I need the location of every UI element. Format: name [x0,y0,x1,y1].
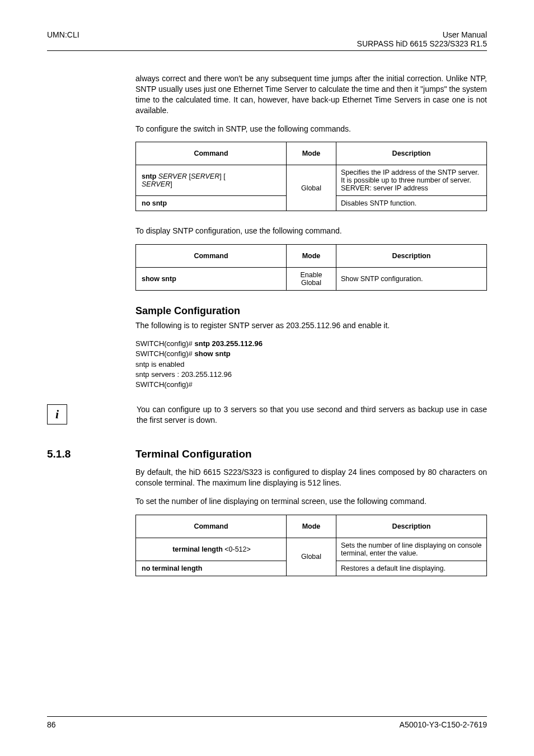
cmd-part: ] [ [219,172,225,180]
cli-prompt: SWITCH(config)# [135,349,194,358]
cmd-part: sntp [142,172,158,180]
cli-line: sntp is enabled [135,360,487,370]
cli-prompt: SWITCH(config)# [135,339,194,348]
cmd-part: SERVER [158,172,187,180]
col-command: Command [136,515,287,538]
cell-command: sntp SERVER [SERVER] [SERVER] [136,165,287,196]
cli-line: sntp servers : 203.255.112.96 [135,370,487,380]
cell-command: no terminal length [136,561,287,576]
footer-code: A50010-Y3-C150-2-7619 [400,720,487,729]
cmd-part: ] [170,180,172,188]
cell-mode: Global [287,538,336,576]
cmd-part: [ [187,172,191,180]
paragraph-sample: The following is to register SNTP server… [135,320,487,331]
cli-line: SWITCH(config)# [135,380,487,390]
table-row: Command Mode Description [136,245,487,268]
table-terminal-length: Command Mode Description terminal length… [135,515,487,576]
cli-block: SWITCH(config)# sntp 203.255.112.96 SWIT… [135,339,487,390]
cmd-part: SERVER [191,172,219,180]
cell-description: Restores a default line displaying. [336,561,487,576]
footer-rule [47,716,487,717]
cmd-part: <0-512> [224,545,251,553]
paragraph-display: To display SNTP configuration, use the f… [135,226,487,236]
cli-input: show sntp [194,349,230,358]
header-rule [47,50,487,51]
table-row: Command Mode Description [136,515,487,538]
cell-description: Show SNTP configuration. [336,268,487,291]
col-description: Description [336,515,487,538]
paragraph-terminal2: To set the number of line displaying on … [135,496,487,507]
col-mode: Mode [287,142,336,165]
table-row: show sntp Enable Global Show SNTP config… [136,268,487,291]
paragraph-terminal1: By default, the hiD 6615 S223/S323 is co… [135,467,487,488]
cell-mode: Global [287,165,336,211]
header-right-line2: SURPASS hiD 6615 S223/S323 R1.5 [357,39,487,48]
col-mode: Mode [287,245,336,268]
table-row: sntp SERVER [SERVER] [SERVER] Global Spe… [136,165,487,196]
header-right-line1: User Manual [357,30,487,39]
cli-line: SWITCH(config)# show sntp [135,349,487,359]
cli-input: sntp 203.255.112.96 [194,339,262,348]
cell-command: no sntp [136,196,287,211]
sample-config-heading: Sample Configuration [135,305,487,317]
cell-command: terminal length <0-512> [136,538,287,561]
header-left: UMN:CLI [47,30,79,48]
cli-line: SWITCH(config)# sntp 203.255.112.96 [135,339,487,349]
table-row: terminal length <0-512> Global Sets the … [136,538,487,561]
info-icon: i [47,404,67,424]
table-sntp-commands: Command Mode Description sntp SERVER [SE… [135,142,487,211]
section-number: 5.1.8 [47,448,135,460]
cmd-part: SERVER [142,180,170,188]
table-row: Command Mode Description [136,142,487,165]
col-description: Description [336,142,487,165]
cell-command: show sntp [136,268,287,291]
info-text: You can configure up to 3 servers so tha… [77,404,487,426]
page-number: 86 [47,720,56,729]
cell-mode: Enable Global [287,268,336,291]
cell-description: Sets the number of line displaying on co… [336,538,487,561]
col-mode: Mode [287,515,336,538]
table-show-sntp: Command Mode Description show sntp Enabl… [135,244,487,291]
header-right: User Manual SURPASS hiD 6615 S223/S323 R… [357,30,487,48]
cmd-part: terminal length [172,545,224,553]
paragraph-configure: To configure the switch in SNTP, use the… [135,124,487,134]
col-command: Command [136,142,287,165]
paragraph-intro: always correct and there won't be any su… [135,73,487,116]
cell-description: Specifies the IP address of the SNTP ser… [336,165,487,196]
col-description: Description [336,245,487,268]
section-title: Terminal Configuration [135,448,252,460]
cell-description: Disables SNTP function. [336,196,487,211]
col-command: Command [136,245,287,268]
